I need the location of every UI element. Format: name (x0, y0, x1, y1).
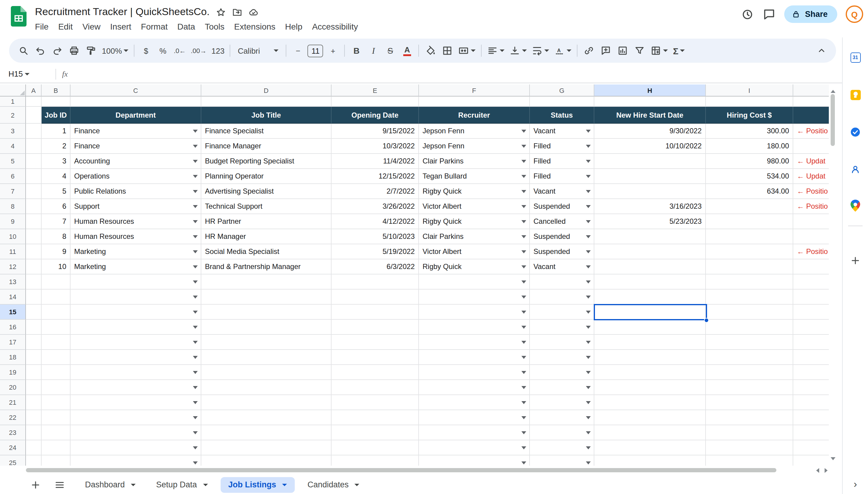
dropdown-arrow-icon[interactable] (193, 446, 198, 449)
cell-G13[interactable] (530, 274, 594, 289)
borders-icon[interactable] (440, 42, 455, 59)
cell-C17[interactable] (71, 335, 201, 350)
cell-B25[interactable] (42, 455, 71, 466)
cell-G16[interactable] (530, 320, 594, 335)
cell-C2[interactable]: Department (71, 107, 201, 124)
cell-B20[interactable] (42, 380, 71, 395)
cell-A7[interactable] (26, 184, 42, 199)
dropdown-arrow-icon[interactable] (521, 205, 526, 208)
cell-H16[interactable] (594, 320, 706, 335)
dropdown-arrow-icon[interactable] (193, 341, 198, 344)
cell-F22[interactable] (419, 410, 530, 425)
document-title[interactable]: Recruitment Tracker | QuickSheetsCo. (35, 6, 210, 18)
dropdown-arrow-icon[interactable] (193, 160, 198, 163)
fill-handle[interactable] (704, 318, 709, 323)
cell-G3[interactable]: Vacant (530, 124, 594, 139)
dropdown-arrow-icon[interactable] (586, 326, 591, 329)
cell-G6[interactable]: Filled (530, 169, 594, 184)
cell-I24[interactable] (706, 440, 793, 455)
cell-F16[interactable] (419, 320, 530, 335)
cell-E1[interactable] (332, 96, 419, 107)
dropdown-arrow-icon[interactable] (521, 235, 526, 238)
menu-insert[interactable]: Insert (105, 20, 136, 33)
dropdown-arrow-icon[interactable] (586, 130, 591, 133)
cell-F5[interactable]: Clair Parkins (419, 154, 530, 169)
cell-F8[interactable]: Victor Albert (419, 199, 530, 214)
cell-H15[interactable] (594, 305, 706, 320)
menu-tools[interactable]: Tools (200, 20, 229, 33)
horizontal-scrollbar-thumb[interactable] (26, 468, 776, 472)
cell-B7[interactable]: 5 (42, 184, 71, 199)
cell-F9[interactable]: Rigby Quick (419, 214, 530, 229)
horizontal-scrollbar[interactable] (0, 466, 837, 475)
cell-J15[interactable] (793, 305, 829, 320)
cell-G1[interactable] (530, 96, 594, 107)
cell-G9[interactable]: Cancelled (530, 214, 594, 229)
cell-J21[interactable] (793, 395, 829, 410)
row-header-25[interactable]: 25 (0, 455, 26, 466)
cell-G19[interactable] (530, 365, 594, 380)
increase-font-size-button[interactable]: + (325, 42, 341, 59)
cell-C1[interactable] (71, 96, 201, 107)
cell-F6[interactable]: Tegan Bullard (419, 169, 530, 184)
cell-C10[interactable]: Human Resources (71, 229, 201, 244)
cell-J13[interactable] (793, 274, 829, 289)
dropdown-arrow-icon[interactable] (193, 265, 198, 268)
select-all-corner[interactable] (0, 84, 26, 96)
cell-F13[interactable] (419, 274, 530, 289)
dropdown-arrow-icon[interactable] (586, 205, 591, 208)
cell-H10[interactable] (594, 229, 706, 244)
dropdown-arrow-icon[interactable] (586, 145, 591, 148)
cell-D22[interactable] (201, 410, 332, 425)
scroll-down-icon[interactable] (831, 457, 835, 463)
cell-A8[interactable] (26, 199, 42, 214)
cell-I11[interactable] (706, 244, 793, 259)
cell-E23[interactable] (332, 425, 419, 440)
paint-format-icon[interactable] (83, 42, 99, 59)
menu-file[interactable]: File (30, 20, 53, 33)
cell-H3[interactable]: 9/30/2022 (594, 124, 706, 139)
cell-B16[interactable] (42, 320, 71, 335)
dropdown-arrow-icon[interactable] (521, 296, 526, 299)
cell-J11[interactable]: ← Positio (793, 244, 829, 259)
cell-E19[interactable] (332, 365, 419, 380)
dropdown-arrow-icon[interactable] (193, 371, 198, 374)
row-header-9[interactable]: 9 (0, 214, 26, 229)
dropdown-arrow-icon[interactable] (193, 311, 198, 314)
row-header-17[interactable]: 17 (0, 335, 26, 350)
dropdown-arrow-icon[interactable] (586, 341, 591, 344)
cell-G4[interactable]: Filled (530, 139, 594, 154)
cell-I12[interactable] (706, 259, 793, 274)
menu-help[interactable]: Help (280, 20, 308, 33)
functions-button[interactable]: Σ (671, 42, 687, 59)
cell-A22[interactable] (26, 410, 42, 425)
cell-I13[interactable] (706, 274, 793, 289)
cell-E18[interactable] (332, 350, 419, 365)
row-header-8[interactable]: 8 (0, 199, 26, 214)
dropdown-arrow-icon[interactable] (586, 160, 591, 163)
column-header-J[interactable]: J (793, 84, 829, 96)
text-wrap-icon[interactable] (530, 42, 551, 59)
cell-I6[interactable]: 534.00 (706, 169, 793, 184)
cell-G17[interactable] (530, 335, 594, 350)
row-header-15[interactable]: 15 (0, 305, 26, 320)
cell-D5[interactable]: Budget Reporting Specialist (201, 154, 332, 169)
cell-E6[interactable]: 12/15/2022 (332, 169, 419, 184)
maps-icon[interactable] (849, 200, 861, 212)
cell-A11[interactable] (26, 244, 42, 259)
cell-H2[interactable]: New Hire Start Date (594, 107, 706, 124)
cell-J7[interactable]: ← Positio (793, 184, 829, 199)
vertical-align-icon[interactable] (508, 42, 529, 59)
cell-A21[interactable] (26, 395, 42, 410)
cell-G12[interactable]: Vacant (530, 259, 594, 274)
row-header-19[interactable]: 19 (0, 365, 26, 380)
cell-D13[interactable] (201, 274, 332, 289)
tab-dashboard[interactable]: Dashboard (77, 477, 143, 493)
dropdown-arrow-icon[interactable] (521, 281, 526, 284)
dropdown-arrow-icon[interactable] (521, 461, 526, 464)
menu-format[interactable]: Format (136, 20, 173, 33)
cell-F4[interactable]: Jepson Fenn (419, 139, 530, 154)
cell-H1[interactable] (594, 96, 706, 107)
cell-A9[interactable] (26, 214, 42, 229)
cell-G20[interactable] (530, 380, 594, 395)
